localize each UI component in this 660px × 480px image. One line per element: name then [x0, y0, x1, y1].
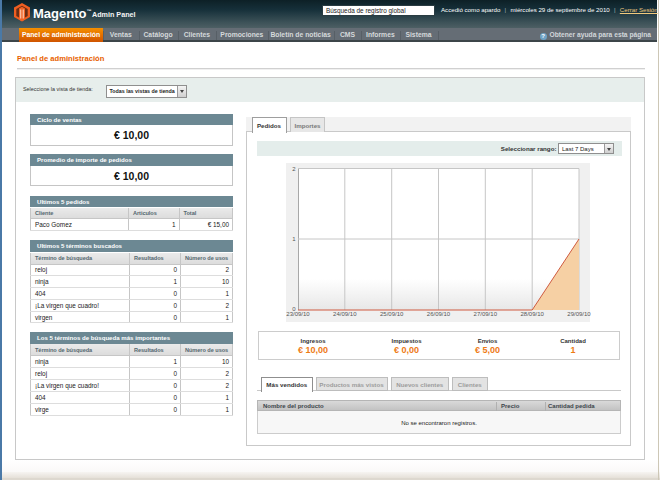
svg-text:24/09/10: 24/09/10 — [333, 311, 357, 317]
svg-text:27/09/10: 27/09/10 — [474, 311, 498, 317]
svg-text:23/09/10: 23/09/10 — [286, 311, 310, 317]
svg-text:26/09/10: 26/09/10 — [427, 311, 451, 317]
svg-text:28/09/10: 28/09/10 — [521, 311, 545, 317]
svg-text:29/09/10: 29/09/10 — [567, 311, 591, 317]
svg-text:25/09/10: 25/09/10 — [380, 311, 404, 317]
